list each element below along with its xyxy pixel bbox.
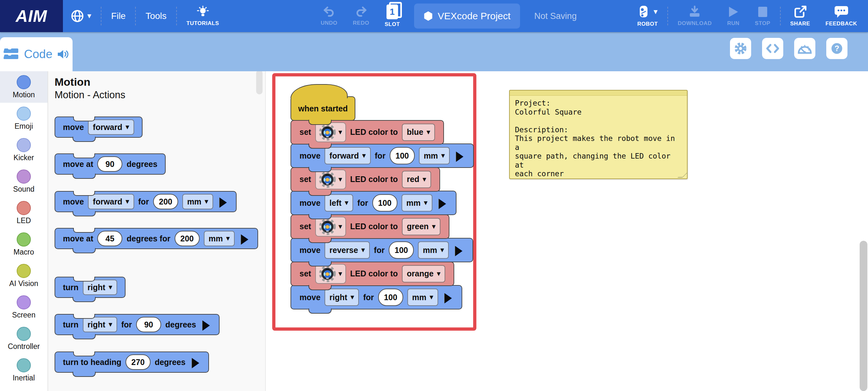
category-label: Emoji	[14, 122, 33, 131]
robot-selector-dropdown[interactable]: ▼	[315, 217, 346, 237]
slot-button[interactable]: 1 SLOT	[377, 4, 407, 28]
number-input[interactable]: 90	[97, 156, 122, 172]
expand-arrow[interactable]: ▶	[192, 355, 199, 369]
block-label: set	[300, 269, 311, 278]
dropdown-forward[interactable]: forward▼	[88, 119, 134, 135]
note-text[interactable]: Project: Colorful Square Description: Th…	[510, 96, 687, 182]
block-when-started[interactable]: when started	[290, 96, 355, 121]
undo-button[interactable]: UNDO	[313, 6, 345, 26]
dropdown-mm[interactable]: mm▼	[419, 147, 450, 164]
chevron-down-icon: ▼	[87, 13, 91, 19]
number-input[interactable]: 90	[136, 317, 161, 332]
number-input[interactable]: 200	[175, 231, 200, 246]
share-button[interactable]: SHARE	[783, 5, 818, 27]
robot-menu[interactable]: ▼ ROBOT	[629, 5, 665, 27]
dropdown-mm[interactable]: mm▼	[204, 231, 235, 246]
chevron-down-icon: ▼	[424, 200, 428, 206]
block-move-at[interactable]: move at90degrees	[55, 153, 166, 175]
stop-button[interactable]: STOP	[747, 5, 778, 27]
number-input[interactable]: 100	[390, 147, 415, 164]
dropdown-value: blue	[407, 127, 423, 137]
redo-button[interactable]: REDO	[345, 6, 377, 26]
dropdown-orange[interactable]: orange▼	[402, 265, 445, 282]
aim-logo-text: AIM	[16, 6, 47, 26]
dropdown-value: forward	[93, 197, 122, 206]
chevron-down-icon: ▼	[226, 236, 230, 241]
workspace-scrollbar[interactable]	[860, 241, 867, 391]
dropdown-right[interactable]: right▼	[83, 280, 117, 295]
speaker-icon[interactable]	[57, 49, 69, 60]
palette-block-slot: turn to heading270degrees▶	[55, 352, 209, 373]
dropdown-forward[interactable]: forward▼	[324, 147, 370, 164]
download-button[interactable]: DOWNLOAD	[670, 5, 719, 27]
block-turn[interactable]: turnright▼for90degrees▶	[55, 314, 220, 335]
number-input[interactable]: 200	[153, 194, 178, 209]
stop-icon	[757, 5, 769, 18]
feedback-button[interactable]: FEEDBACK	[818, 5, 865, 27]
block-turn[interactable]: turnright▼	[55, 277, 125, 298]
file-menu[interactable]: File	[103, 11, 133, 21]
project-note[interactable]: Project: Colorful Square Description: Th…	[509, 90, 688, 179]
expand-arrow[interactable]: ▶	[219, 195, 227, 208]
sidebar-item-emoji[interactable]: Emoji	[0, 103, 48, 134]
dropdown-left[interactable]: left▼	[324, 194, 353, 212]
expand-arrow[interactable]: ▶	[444, 291, 452, 304]
block-move-at[interactable]: move at45degrees for200mm▼▶	[55, 228, 258, 249]
tutorials-button[interactable]: TUTORIALS	[179, 5, 227, 27]
sidebar-item-kicker[interactable]: Kicker	[0, 134, 48, 166]
help-icon: ?	[830, 41, 844, 56]
number-input[interactable]: 100	[378, 289, 403, 306]
robot-selector-dropdown[interactable]: ▼	[315, 170, 346, 189]
robot-selector-dropdown[interactable]: ▼	[315, 264, 346, 284]
project-name-button[interactable]: VEXcode Project	[414, 3, 520, 29]
slot-label: SLOT	[384, 21, 400, 28]
block-move[interactable]: moveforward▼	[55, 117, 143, 138]
run-button[interactable]: RUN	[719, 5, 747, 27]
palette-scrollbar[interactable]	[256, 70, 262, 94]
dropdown-right[interactable]: right▼	[324, 289, 359, 306]
help-button[interactable]: ?	[826, 38, 847, 59]
sidebar-item-motion[interactable]: Motion	[0, 71, 48, 103]
expand-arrow[interactable]: ▶	[202, 318, 210, 331]
sidebar-item-controller[interactable]: Controller	[0, 323, 48, 354]
sidebar-item-ai-vision[interactable]: AI Vision	[0, 260, 48, 292]
dropdown-blue[interactable]: blue▼	[402, 124, 435, 141]
dropdown-forward[interactable]: forward▼	[88, 194, 134, 209]
number-input[interactable]: 100	[389, 241, 414, 259]
settings-button[interactable]	[730, 38, 751, 59]
block-move[interactable]: moveforward▼for200mm▼▶	[55, 191, 237, 212]
tools-menu[interactable]: Tools	[138, 11, 174, 21]
topbar-center: UNDO REDO 1 SLOT VEXcode Project Not Sav…	[313, 0, 577, 32]
workspace-canvas[interactable]: when startedset▼LED color toblue▼movefor…	[267, 71, 868, 391]
block-label: LED color to	[350, 222, 398, 231]
number-input[interactable]: 270	[125, 354, 151, 370]
sidebar-item-led[interactable]: LED	[0, 197, 48, 229]
sidebar-item-inertial[interactable]: Inertial	[0, 354, 48, 386]
dropdown-mm[interactable]: mm▼	[407, 289, 438, 306]
dropdown-value: orange	[407, 269, 433, 278]
expand-arrow[interactable]: ▶	[455, 243, 463, 257]
robot-selector-dropdown[interactable]: ▼	[315, 122, 346, 142]
expand-arrow[interactable]: ▶	[456, 149, 463, 162]
number-input[interactable]: 45	[97, 231, 122, 246]
dropdown-reverse[interactable]: reverse▼	[324, 241, 370, 259]
dropdown-green[interactable]: green▼	[402, 218, 440, 235]
sidebar-item-screen[interactable]: Screen	[0, 292, 48, 323]
dropdown-right[interactable]: right▼	[83, 317, 117, 332]
monitor-button[interactable]	[794, 38, 815, 59]
sidebar-item-macro[interactable]: Macro	[0, 229, 48, 260]
tab-code[interactable]: Code	[0, 37, 72, 71]
expand-arrow[interactable]: ▶	[241, 232, 248, 245]
dropdown-mm[interactable]: mm▼	[402, 194, 432, 212]
dropdown-mm[interactable]: mm▼	[418, 241, 449, 259]
chevron-down-icon: ▼	[432, 224, 436, 230]
dropdown-mm[interactable]: mm▼	[182, 194, 213, 209]
block-turn-to-heading[interactable]: turn to heading270degrees▶	[55, 352, 209, 373]
feedback-icon	[834, 5, 849, 19]
sidebar-item-sound[interactable]: Sound	[0, 166, 48, 197]
expand-arrow[interactable]: ▶	[438, 196, 446, 210]
number-input[interactable]: 100	[372, 194, 397, 212]
language-menu[interactable]: ▼	[63, 9, 99, 23]
code-view-button[interactable]	[762, 38, 783, 59]
dropdown-red[interactable]: red▼	[402, 171, 431, 188]
